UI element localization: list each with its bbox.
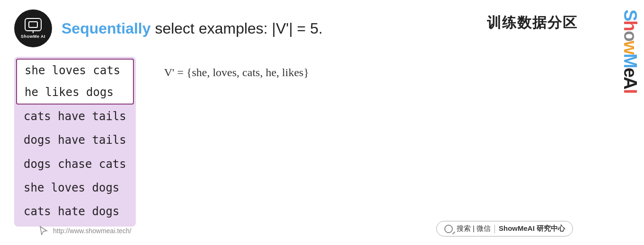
right-title: 训练数据分区 <box>487 13 578 33</box>
logo-icon <box>25 18 42 31</box>
selected-item-2: he likes dogs <box>16 81 134 104</box>
list-item-5: dogs chase cats <box>14 152 136 176</box>
title-highlight: Sequentially <box>62 20 151 37</box>
search-box[interactable]: 搜索 | 微信 ShowMeAI 研究中心 <box>436 221 573 236</box>
main-container: ShowMe AI Sequentially select examples: … <box>0 0 644 245</box>
brand-vertical: ShowMeAI <box>620 9 640 236</box>
selected-item-1: she loves cats <box>16 59 134 81</box>
formula-text: V' = {she, loves, cats, he, likes} <box>164 66 309 79</box>
search-icon <box>444 225 453 233</box>
bottom-url-row: http://www.showmeai.tech/ <box>38 225 132 236</box>
page-title: Sequentially select examples: |V'| = 5. <box>62 20 323 37</box>
list-item-6: she loves dogs <box>14 176 136 200</box>
example-list: she loves cats he likes dogs cats have t… <box>14 57 136 227</box>
logo-text: ShowMe AI <box>21 34 45 39</box>
search-brand: ShowMeAI 研究中心 <box>499 224 565 233</box>
formula-area: V' = {she, loves, cats, he, likes} <box>164 57 309 79</box>
search-label: 搜索 | 微信 <box>457 224 491 233</box>
title-rest: select examples: |V'| = 5. <box>151 20 323 37</box>
list-item-7: cats hate dogs <box>14 200 136 226</box>
list-item-3: cats have tails <box>14 105 136 128</box>
cursor-icon <box>38 225 49 236</box>
content-row: she loves cats he likes dogs cats have t… <box>14 57 630 236</box>
divider <box>494 225 495 233</box>
url-text[interactable]: http://www.showmeai.tech/ <box>53 227 132 235</box>
list-item-4: dogs have tails <box>14 128 136 152</box>
logo: ShowMe AI <box>14 9 52 47</box>
